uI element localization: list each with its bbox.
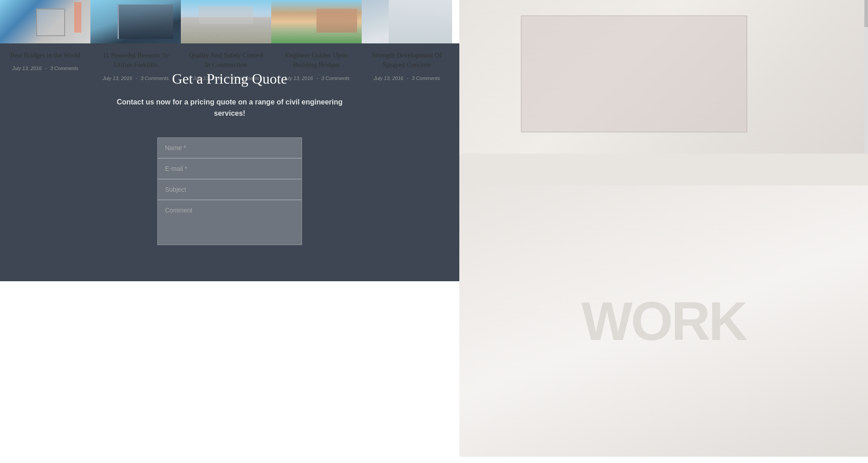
post-text-5: Strength Development Of Sprayed Concrete…	[362, 43, 452, 87]
post-title-1[interactable]: Best Bridges in the World	[5, 51, 86, 61]
post-comments-5[interactable]: 3 Comments	[412, 76, 440, 81]
sidebar: WORK	[459, 0, 868, 457]
post-image-3[interactable]	[181, 0, 271, 43]
post-card-2[interactable]: 11 Powerful Reasons To Utilize Forklifts…	[90, 0, 181, 43]
email-input[interactable]	[157, 158, 302, 179]
post-text-2: 11 Powerful Reasons To Utilize Forklifts…	[90, 43, 181, 87]
post-title-5[interactable]: Strength Development Of Sprayed Concrete	[366, 51, 448, 71]
sidebar-top-image	[459, 0, 868, 154]
post-card-3[interactable]: Quality And Safety Control In Constructi…	[181, 0, 271, 43]
name-input[interactable]	[157, 137, 302, 158]
post-comments-1[interactable]: 3 Comments	[50, 66, 78, 71]
post-comments-2[interactable]: 3 Comments	[141, 76, 169, 81]
post-meta-2: July 13, 2016 · 3 Comments	[95, 76, 176, 81]
scrollbar-thumb[interactable]	[864, 0, 868, 27]
post-date-2: July 13, 2016	[103, 76, 132, 81]
post-card-1[interactable]: Best Bridges in the World July 13, 2016 …	[0, 0, 90, 43]
scrollbar-track[interactable]	[864, 0, 868, 154]
post-date-4: July 13, 2016	[283, 76, 313, 81]
sidebar-bottom: WORK	[459, 185, 868, 457]
main-content: Best Bridges in the World July 13, 2016 …	[0, 0, 459, 457]
post-image-2[interactable]	[90, 0, 181, 43]
sidebar-work-section: WORK	[459, 185, 868, 457]
post-meta-4: July 13, 2016 · 3 Comments	[276, 76, 357, 81]
pricing-subtitle: Contact us now for a pricing quote on a …	[117, 96, 343, 119]
sidebar-mid	[459, 154, 868, 185]
post-date-1: July 13, 2016	[12, 66, 42, 71]
post-meta-5: July 13, 2016 · 3 Comments	[366, 76, 448, 81]
post-text-1: Best Bridges in the World July 13, 2016 …	[0, 43, 90, 77]
post-card-4[interactable]: Engineer Guides Upon Building Bridges Ju…	[271, 0, 362, 43]
sidebar-building-image	[459, 0, 868, 154]
comment-textarea[interactable]	[157, 200, 302, 245]
post-comments-4[interactable]: 3 Comments	[321, 76, 349, 81]
post-card-5[interactable]: Strength Development Of Sprayed Concrete…	[362, 0, 452, 43]
post-meta-1: July 13, 2016 · 3 Comments	[5, 66, 86, 71]
post-image-4[interactable]	[271, 0, 362, 43]
posts-grid: Best Bridges in the World July 13, 2016 …	[0, 0, 459, 43]
post-image-5[interactable]	[362, 0, 452, 43]
post-title-2[interactable]: 11 Powerful Reasons To Utilize Forklifts	[95, 51, 176, 71]
post-title-3[interactable]: Quality And Safety Control In Constructi…	[185, 51, 267, 71]
contact-form	[157, 137, 302, 245]
post-title-4[interactable]: Engineer Guides Upon Building Bridges	[276, 51, 357, 71]
post-date-5: July 13, 2016	[374, 76, 403, 81]
work-text: WORK	[581, 290, 746, 352]
subject-input[interactable]	[157, 179, 302, 200]
post-image-1[interactable]	[0, 0, 90, 43]
